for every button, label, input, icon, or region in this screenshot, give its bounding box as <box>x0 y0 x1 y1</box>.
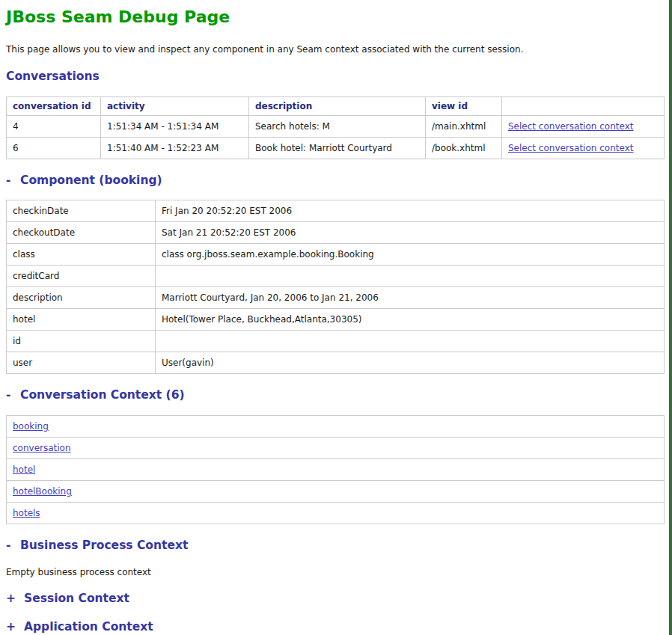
view-id-cell: /book.xhtml <box>426 137 502 159</box>
view-id-cell: /main.xhtml <box>426 115 502 137</box>
intro-text: This page allows you to view and inspect… <box>6 44 662 55</box>
property-row: user User(gavin) <box>7 352 665 374</box>
conversation-id-cell: 6 <box>7 137 101 159</box>
context-item-row: hotelBooking <box>7 481 665 503</box>
page-title: JBoss Seam Debug Page <box>6 7 662 27</box>
property-row: checkoutDate Sat Jan 21 20:52:20 EST 200… <box>7 222 665 244</box>
select-conversation-context-link[interactable]: Select conversation context <box>508 121 633 132</box>
property-row: class class org.jboss.seam.example.booki… <box>7 244 665 266</box>
property-name-cell: id <box>7 331 156 352</box>
property-row: id <box>7 331 665 352</box>
context-component-link[interactable]: conversation <box>13 443 71 453</box>
property-value-cell: Sat Jan 21 20:52:20 EST 2006 <box>156 222 665 244</box>
expand-icon: + <box>6 592 16 606</box>
activity-cell: 1:51:40 AM - 1:52:23 AM <box>101 137 249 159</box>
business-process-context-section-heading[interactable]: -Business Process Context <box>6 539 662 553</box>
context-component-link[interactable]: hotelBooking <box>13 486 72 497</box>
property-value-cell <box>156 331 665 352</box>
context-item-row: hotel <box>7 459 665 481</box>
business-process-empty-message: Empty business process context <box>6 567 662 577</box>
context-component-link[interactable]: hotel <box>13 464 35 475</box>
property-row: creditCard <box>7 266 665 287</box>
property-name-cell: class <box>7 244 156 266</box>
context-item-cell: booking <box>7 416 665 438</box>
col-description: description <box>249 96 426 115</box>
context-item-cell: hotels <box>7 503 665 524</box>
conversation-context-table: booking conversation hotel hotelBooking … <box>6 415 665 524</box>
context-item-cell: conversation <box>7 438 665 459</box>
col-view-id: view id <box>426 96 502 115</box>
context-item-row: hotels <box>7 503 665 524</box>
description-cell: Search hotels: M <box>249 115 426 137</box>
property-name-cell: user <box>7 352 156 374</box>
context-item-row: booking <box>7 416 665 438</box>
col-activity: activity <box>101 96 249 115</box>
component-properties-table: checkinDate Fri Jan 20 20:52:20 EST 2006… <box>6 200 665 374</box>
property-name-cell: hotel <box>7 309 156 331</box>
description-cell: Book hotel: Marriott Courtyard <box>249 137 426 159</box>
context-item-cell: hotelBooking <box>7 481 665 503</box>
conversations-header-row: conversation id activity description vie… <box>7 96 665 115</box>
seam-debug-page: JBoss Seam Debug Page This page allows y… <box>0 0 672 635</box>
context-item-row: conversation <box>7 438 665 459</box>
property-value-cell: Hotel(Tower Place, Buckhead,Atlanta,3030… <box>156 309 665 331</box>
property-row: checkinDate Fri Jan 20 20:52:20 EST 2006 <box>7 200 665 222</box>
session-context-section-heading[interactable]: +Session Context <box>6 592 662 606</box>
conversations-table: conversation id activity description vie… <box>6 96 665 159</box>
property-name-cell: creditCard <box>7 266 156 287</box>
collapse-icon: - <box>6 539 12 553</box>
expand-icon: + <box>6 621 16 634</box>
collapse-icon: - <box>6 174 12 188</box>
property-row: hotel Hotel(Tower Place, Buckhead,Atlant… <box>7 309 665 331</box>
property-name-cell: checkinDate <box>7 200 156 222</box>
col-action <box>502 96 665 115</box>
action-cell: Select conversation context <box>502 115 665 137</box>
collapse-icon: - <box>6 389 12 402</box>
component-section-title: Component (booking) <box>20 174 162 187</box>
application-context-section-heading[interactable]: +Application Context <box>6 621 662 634</box>
conversations-heading: Conversations <box>6 70 662 84</box>
select-conversation-context-link[interactable]: Select conversation context <box>508 143 633 153</box>
window-edge <box>669 0 672 635</box>
property-value-cell: User(gavin) <box>156 352 665 374</box>
session-context-section-title: Session Context <box>24 592 129 605</box>
context-component-link[interactable]: hotels <box>13 508 40 518</box>
property-name-cell: checkoutDate <box>7 222 156 244</box>
context-component-link[interactable]: booking <box>13 421 49 432</box>
component-section-heading[interactable]: -Component (booking) <box>6 174 662 188</box>
conversation-row: 4 1:51:34 AM - 1:51:34 AM Search hotels:… <box>7 115 665 137</box>
col-conversation-id: conversation id <box>7 96 101 115</box>
conversation-id-cell: 4 <box>7 115 101 137</box>
action-cell: Select conversation context <box>502 137 665 159</box>
activity-cell: 1:51:34 AM - 1:51:34 AM <box>101 115 249 137</box>
property-value-cell: Fri Jan 20 20:52:20 EST 2006 <box>156 200 665 222</box>
application-context-section-title: Application Context <box>24 620 153 634</box>
conversation-context-section-heading[interactable]: -Conversation Context (6) <box>6 389 662 402</box>
property-value-cell <box>156 266 665 287</box>
property-value-cell: class org.jboss.seam.example.booking.Boo… <box>156 244 665 266</box>
property-row: description Marriott Courtyard, Jan 20, … <box>7 287 665 309</box>
business-process-context-section-title: Business Process Context <box>20 539 188 552</box>
property-value-cell: Marriott Courtyard, Jan 20, 2006 to Jan … <box>156 287 665 309</box>
context-item-cell: hotel <box>7 459 665 481</box>
conversation-context-section-title: Conversation Context (6) <box>20 388 185 402</box>
property-name-cell: description <box>7 287 156 309</box>
conversation-row: 6 1:51:40 AM - 1:52:23 AM Book hotel: Ma… <box>7 137 665 159</box>
